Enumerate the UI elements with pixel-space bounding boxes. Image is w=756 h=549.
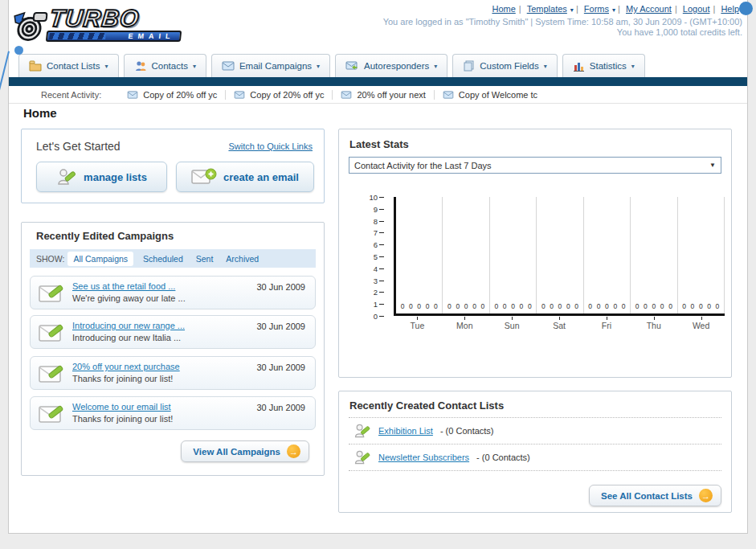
chart-y-axis: 109876543210	[358, 197, 386, 316]
campaign-date: 30 Jun 2009	[256, 282, 305, 292]
x-axis-tick-label: Mon	[441, 321, 488, 330]
chart-value-label: 0	[494, 302, 498, 310]
tab-label: Contacts	[152, 61, 188, 71]
chevron-down-icon: ▾	[193, 63, 196, 70]
x-axis-tick-label: Tue	[394, 321, 441, 330]
nav-templates-link[interactable]: Templates	[527, 4, 567, 14]
chart-value-label: 0	[691, 302, 695, 310]
chevron-down-icon: ▼	[709, 162, 716, 169]
chart-value-label: 0	[605, 302, 609, 310]
contact-list-row[interactable]: Newsletter Subscribers - (0 Contacts)	[349, 445, 721, 471]
chart-value-label: 0	[668, 302, 672, 310]
envelope-icon	[222, 61, 235, 71]
chart-value-label: 0	[574, 302, 578, 310]
contact-list-link[interactable]: Exhibition List	[378, 426, 433, 436]
chart-day-group: 00000	[443, 197, 489, 313]
create-email-label: create an email	[223, 171, 299, 183]
stats-period-select[interactable]: Contact Activity for the Last 7 Days ▼	[349, 157, 721, 174]
filter-all-campaigns[interactable]: All Campaigns	[67, 252, 133, 266]
chart-day-group: 00000	[490, 197, 537, 313]
chart-value-label: 0	[511, 302, 515, 310]
chevron-down-icon: ▾	[570, 6, 574, 14]
campaign-subtitle: Introducing our new Italia ...	[72, 333, 181, 342]
campaign-title-link[interactable]: Welcome to our email list	[72, 402, 171, 412]
recent-activity-item[interactable]: Copy of 20% off yc	[226, 90, 333, 100]
campaign-row[interactable]: Introducing our new range ... Introducin…	[30, 315, 316, 349]
campaign-title-link[interactable]: 20% off your next purchase	[72, 362, 180, 371]
chart-value-label: 0	[447, 302, 452, 310]
chart-value-row: 00000	[584, 302, 630, 310]
nav-help-link[interactable]: Help	[721, 4, 739, 14]
chevron-down-icon: ▾	[612, 6, 615, 14]
stats-period-value: Contact Activity for the Last 7 Days	[354, 161, 492, 170]
recent-activity-item[interactable]: Copy of 20% off yc	[119, 90, 226, 100]
recent-activity-item[interactable]: 20% off your next	[333, 90, 434, 100]
chevron-down-icon: ▾	[104, 63, 108, 70]
chart-value-label: 0	[426, 302, 430, 310]
campaign-date: 30 Jun 2009	[256, 322, 305, 331]
campaign-title-link[interactable]: Introducing our new range ...	[72, 321, 185, 330]
tab-label: Email Campaigns	[239, 61, 312, 71]
recent-activity-item[interactable]: Copy of Welcome tc	[435, 90, 546, 100]
chart-value-label: 0	[588, 302, 592, 310]
envelope-pencil-icon	[39, 322, 66, 343]
x-axis-tick-label: Fri	[582, 321, 630, 330]
chart-value-label: 0	[660, 302, 664, 310]
switch-quick-links-link[interactable]: Switch to Quick Links	[228, 141, 313, 151]
chart-value-label: 0	[520, 302, 524, 310]
y-axis-tick-label: 0	[374, 313, 378, 321]
chart-value-label: 0	[528, 302, 532, 310]
y-axis-tick-label: 4	[374, 265, 378, 273]
chart-value-label: 0	[566, 302, 570, 310]
campaign-subtitle: Thanks for joining our list!	[72, 414, 173, 424]
filter-archived[interactable]: Archived	[226, 254, 259, 264]
see-all-contact-lists-button[interactable]: See All Contact Lists →	[589, 485, 721, 506]
arrow-right-icon: →	[287, 445, 300, 458]
view-all-campaigns-button[interactable]: View All Campaigns →	[181, 440, 309, 462]
contact-lists-body: Exhibition List - (0 Contacts) Newslette…	[349, 417, 721, 471]
chart-value-row: 00000	[537, 302, 582, 310]
logo-email-bar: EMAIL	[46, 31, 182, 42]
filter-sent[interactable]: Sent	[196, 254, 214, 264]
create-email-button[interactable]: create an email	[176, 162, 314, 192]
nav-logout-link[interactable]: Logout	[683, 4, 710, 14]
campaign-row[interactable]: Welcome to our email list Thanks for joi…	[30, 396, 316, 430]
envelope-pencil-icon	[39, 363, 66, 384]
help-bubble-icon[interactable]	[739, 2, 753, 15]
nav-home-link[interactable]: Home	[492, 4, 515, 14]
contact-list-row[interactable]: Exhibition List - (0 Contacts)	[349, 417, 721, 445]
campaign-row[interactable]: 20% off your next purchase Thanks for jo…	[30, 356, 316, 390]
y-axis-tick-label: 2	[374, 289, 378, 297]
envelope-icon	[341, 91, 352, 99]
tab-contacts[interactable]: Contacts▾	[124, 54, 206, 77]
chevron-down-icon: ▾	[317, 63, 320, 70]
envelope-pencil-icon	[39, 283, 66, 304]
chart-value-label: 0	[480, 302, 484, 310]
latest-stats-panel: Latest Stats Contact Activity for the La…	[338, 129, 732, 378]
filter-scheduled[interactable]: Scheduled	[143, 254, 183, 264]
tab-email-campaigns[interactable]: Email Campaigns▾	[211, 54, 330, 77]
contact-list-link[interactable]: Newsletter Subscribers	[378, 453, 469, 462]
nav-my-account-link[interactable]: My Account	[626, 4, 672, 14]
tab-contact-lists[interactable]: Contact Lists▾	[18, 54, 119, 77]
chart-value-label: 0	[541, 302, 546, 310]
chart-x-axis: TueMonSunSatFriThuWed	[394, 321, 725, 330]
person-pencil-icon	[56, 167, 77, 186]
tab-statistics[interactable]: Statistics▾	[562, 54, 645, 77]
campaign-row[interactable]: See us at the retail food ... We're givi…	[30, 276, 316, 309]
nav-forms-link[interactable]: Forms	[584, 4, 609, 14]
x-axis-tick-label: Sat	[536, 321, 583, 330]
logo-stripes	[49, 33, 106, 39]
campaign-title-link[interactable]: See us at the retail food ...	[72, 281, 175, 291]
manage-lists-button[interactable]: manage lists	[36, 162, 167, 192]
campaigns-title: Recently Edited Campaigns	[36, 230, 174, 242]
chart-plot-area: 00000000000000000000000000000000000	[394, 197, 725, 316]
tab-autoresponders[interactable]: Autoresponders▾	[335, 54, 447, 77]
logo-title: TURBO	[48, 5, 141, 32]
contact-list-count-value: (0 Contacts)	[446, 426, 494, 436]
chart-value-label: 0	[456, 302, 460, 310]
tab-custom-fields[interactable]: Custom Fields▾	[452, 54, 558, 77]
chart-value-label: 0	[644, 302, 648, 310]
recent-activity-text: Copy of Welcome tc	[459, 90, 537, 100]
see-all-contact-lists-label: See All Contact Lists	[601, 491, 693, 501]
